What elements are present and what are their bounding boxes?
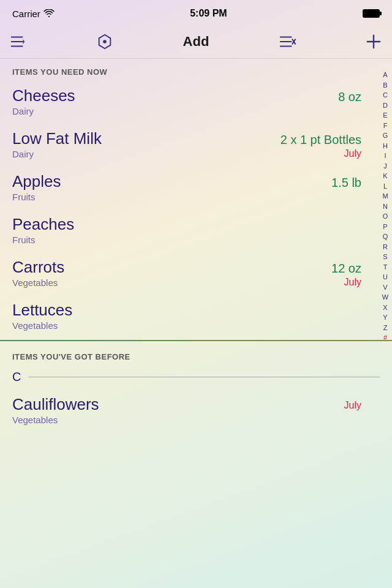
item-date: July bbox=[344, 277, 361, 288]
item-category: Vegetables bbox=[12, 415, 99, 425]
item-name: Carrots bbox=[12, 258, 64, 277]
hexagon-button[interactable] bbox=[96, 33, 113, 50]
alpha-v[interactable]: V bbox=[383, 282, 387, 293]
alpha-u[interactable]: U bbox=[383, 272, 388, 282]
item-qty: 1.5 lb bbox=[331, 176, 361, 190]
clear-list-button[interactable] bbox=[279, 33, 296, 50]
wifi-icon bbox=[43, 9, 55, 18]
letter-group-label: C bbox=[12, 370, 21, 384]
item-qty: 8 oz bbox=[338, 90, 361, 104]
alpha-j[interactable]: J bbox=[383, 161, 387, 172]
section-header-got-before: ITEMS YOU'VE GOT BEFORE bbox=[0, 344, 392, 365]
item-qty: 2 x 1 pt Bottles bbox=[281, 133, 361, 147]
alpha-o[interactable]: O bbox=[383, 211, 388, 222]
list-item[interactable]: Lettuces Vegetables bbox=[0, 295, 392, 337]
alpha-y[interactable]: Y bbox=[383, 312, 387, 323]
item-date: July bbox=[344, 400, 361, 411]
item-category: Fruits bbox=[12, 192, 61, 202]
item-category: Dairy bbox=[12, 149, 102, 159]
item-category: Vegetables bbox=[12, 320, 72, 331]
add-button[interactable] bbox=[365, 33, 382, 50]
alpha-e[interactable]: E bbox=[383, 110, 387, 121]
alpha-g[interactable]: G bbox=[383, 130, 388, 141]
status-time: 5:09 PM bbox=[190, 8, 227, 19]
alpha-f[interactable]: F bbox=[383, 121, 388, 131]
alpha-p[interactable]: P bbox=[383, 222, 387, 232]
item-category: Dairy bbox=[12, 106, 75, 116]
list-filter-button[interactable] bbox=[10, 33, 27, 50]
alpha-c[interactable]: C bbox=[383, 90, 388, 100]
alpha-h[interactable]: H bbox=[383, 141, 388, 151]
alpha-k[interactable]: K bbox=[383, 171, 387, 181]
alpha-b[interactable]: B bbox=[383, 80, 387, 91]
alpha-l[interactable]: L bbox=[383, 181, 387, 192]
alpha-d[interactable]: D bbox=[383, 100, 388, 111]
add-icon bbox=[365, 33, 382, 50]
alpha-q[interactable]: Q bbox=[383, 232, 388, 242]
alpha-n[interactable]: N bbox=[383, 202, 388, 212]
letter-divider-line bbox=[28, 377, 380, 377]
item-name: Peaches bbox=[12, 215, 74, 234]
item-category: Vegetables bbox=[12, 277, 64, 288]
alpha-i[interactable]: I bbox=[384, 151, 386, 161]
item-name: Low Fat Milk bbox=[12, 129, 102, 148]
alpha-hash[interactable]: # bbox=[383, 333, 387, 343]
alpha-m[interactable]: M bbox=[382, 191, 388, 202]
item-date: July bbox=[344, 148, 361, 159]
list-item[interactable]: Peaches Fruits bbox=[0, 209, 392, 252]
alpha-r[interactable]: R bbox=[383, 242, 388, 252]
alpha-a[interactable]: A bbox=[383, 70, 387, 80]
page-title: Add bbox=[183, 34, 209, 50]
item-category: Fruits bbox=[12, 235, 74, 245]
section-header-need-now: ITEMS YOU NEED NOW bbox=[0, 59, 392, 80]
svg-point-5 bbox=[103, 40, 107, 43]
list-item[interactable]: Low Fat Milk Dairy 2 x 1 pt Bottles July bbox=[0, 123, 392, 166]
toolbar: Add bbox=[0, 24, 392, 59]
alpha-x[interactable]: X bbox=[383, 303, 387, 313]
clear-list-icon bbox=[279, 33, 296, 50]
letter-group-c: C bbox=[0, 365, 392, 389]
alpha-t[interactable]: T bbox=[383, 262, 388, 273]
list-item[interactable]: Cauliflowers Vegetables July bbox=[0, 389, 392, 432]
item-name: Apples bbox=[12, 172, 61, 191]
battery-indicator bbox=[363, 9, 380, 18]
status-bar: Carrier 5:09 PM bbox=[0, 0, 392, 24]
list-item[interactable]: Carrots Vegetables 12 oz July bbox=[0, 252, 392, 295]
item-name: Lettuces bbox=[12, 301, 72, 320]
section-divider bbox=[0, 340, 392, 341]
item-qty: 12 oz bbox=[331, 262, 361, 276]
alpha-z[interactable]: Z bbox=[383, 323, 388, 333]
svg-marker-3 bbox=[23, 39, 24, 43]
carrier-label: Carrier bbox=[12, 9, 55, 19]
list-filter-icon bbox=[10, 33, 27, 50]
battery-icon bbox=[363, 9, 380, 18]
list-item[interactable]: Cheeses Dairy 8 oz bbox=[0, 80, 392, 123]
alpha-index-sidebar: A B C D E F G H I J K L M N O P Q R S T … bbox=[379, 67, 392, 345]
item-name: Cauliflowers bbox=[12, 395, 99, 414]
list-item[interactable]: Apples Fruits 1.5 lb bbox=[0, 166, 392, 209]
alpha-w[interactable]: W bbox=[382, 292, 388, 303]
alpha-s[interactable]: S bbox=[383, 252, 387, 262]
item-name: Cheeses bbox=[12, 86, 75, 105]
hexagon-icon bbox=[96, 33, 113, 50]
